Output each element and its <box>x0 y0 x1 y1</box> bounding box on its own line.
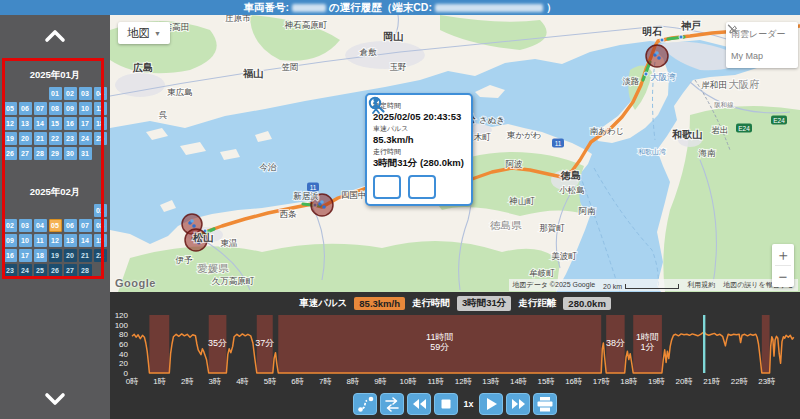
stop-cluster-marker[interactable] <box>646 45 668 67</box>
calendar-day-01[interactable]: 01 <box>49 87 62 100</box>
calendar-day-22[interactable]: 22 <box>49 132 62 145</box>
map-place-label: 新居浜 <box>293 191 319 201</box>
stop-duration-label: 59分 <box>430 342 449 352</box>
calendar-day-16[interactable]: 16 <box>4 249 17 262</box>
calendar-day-05[interactable]: 05 <box>4 102 17 115</box>
calendar-day-03[interactable]: 03 <box>19 219 32 232</box>
vehicle-history-app: 車両番号: の運行履歴（端末CD: ） 2025年01月010203040506… <box>0 0 800 419</box>
play-button[interactable] <box>479 393 503 415</box>
stop-period-block[interactable] <box>762 315 770 373</box>
calendar-day-26: 26 <box>49 264 62 277</box>
calendar-day-09[interactable]: 09 <box>64 102 77 115</box>
zoom-out-button[interactable]: − <box>772 266 794 287</box>
calendar-day-13[interactable]: 13 <box>19 117 32 130</box>
calendar-day-06[interactable]: 06 <box>64 219 77 232</box>
calendar-day-09[interactable]: 09 <box>4 234 17 247</box>
map-place-label: 和歌山湾 <box>638 148 666 156</box>
y-axis-tick: 40 <box>119 350 128 359</box>
rewind-button[interactable] <box>407 393 431 415</box>
x-axis-tick: 16時 <box>565 377 582 386</box>
route-waypoint-dot <box>644 72 648 76</box>
calendar-day-08[interactable]: 08 <box>94 219 107 232</box>
calendar-day-02[interactable]: 02 <box>4 219 17 232</box>
map-layers-panel: 雨雲レーダー My Map <box>726 22 798 68</box>
calendar-day-07[interactable]: 07 <box>79 219 92 232</box>
calendar-blank <box>34 87 47 100</box>
calendar-list: 2025年01月01020304050607080910111213141516… <box>4 63 106 277</box>
stop-period-block[interactable] <box>149 315 169 373</box>
calendar-day-18[interactable]: 18 <box>34 249 47 262</box>
stop-button[interactable] <box>434 393 458 415</box>
x-axis-tick: 3時 <box>209 377 221 386</box>
zoom-to-point-button[interactable] <box>373 175 401 199</box>
layer-off-icon <box>726 22 739 35</box>
calendar-day-05-selected[interactable]: 05 <box>49 219 62 232</box>
calendar-day-04[interactable]: 04 <box>34 219 47 232</box>
calendar-day-24: 24 <box>19 264 32 277</box>
calendar-day-02[interactable]: 02 <box>64 87 77 100</box>
calendar-day-19[interactable]: 19 <box>4 132 17 145</box>
calendar-day-16[interactable]: 16 <box>64 117 77 130</box>
y-axis-tick: 80 <box>119 330 128 339</box>
map-place-label: 美波町 <box>551 251 577 261</box>
calendar-day-23[interactable]: 23 <box>64 132 77 145</box>
speed-timeline-chart[interactable]: 35分37分11時間59分38分1時間1分0204060801001200時1時… <box>110 313 800 389</box>
fast-forward-button[interactable] <box>506 393 530 415</box>
x-axis-tick: 1時 <box>153 377 165 386</box>
calendar-day-08[interactable]: 08 <box>49 102 62 115</box>
calendar-day-15[interactable]: 15 <box>49 117 62 130</box>
calendar-day-24[interactable]: 24 <box>79 132 92 145</box>
calendar-day-30[interactable]: 30 <box>64 147 77 160</box>
calendar-day-11[interactable]: 11 <box>34 234 47 247</box>
calendar-day-13[interactable]: 13 <box>64 234 77 247</box>
map-place-label: 阿南 <box>579 206 597 216</box>
calendar-day-27[interactable]: 27 <box>19 147 32 160</box>
calendar-day-17[interactable]: 17 <box>79 117 92 130</box>
calendar-day-14[interactable]: 14 <box>34 117 47 130</box>
calendar-day-25[interactable]: 25 <box>94 132 107 145</box>
map-place-label: 岩出 <box>712 125 729 135</box>
calendar-day-01[interactable]: 01 <box>94 204 107 217</box>
calendar-day-31[interactable]: 31 <box>79 147 92 160</box>
map-type-button[interactable]: 地図 ▼ <box>118 22 170 44</box>
calendar-day-21[interactable]: 21 <box>34 132 47 145</box>
calendar-day-15[interactable]: 15 <box>94 234 107 247</box>
calendar-day-18[interactable]: 18 <box>94 117 107 130</box>
calendar-day-17[interactable]: 17 <box>19 249 32 262</box>
calendar-day-11[interactable]: 11 <box>94 102 107 115</box>
print-button[interactable] <box>533 393 557 415</box>
travel-time-stat-label: 走行時間 <box>412 297 450 310</box>
calendar-day-10[interactable]: 10 <box>19 234 32 247</box>
calendar-day-20[interactable]: 20 <box>19 132 32 145</box>
calendar-day-07[interactable]: 07 <box>34 102 47 115</box>
calendar-day-28[interactable]: 28 <box>34 147 47 160</box>
y-axis-tick: 20 <box>119 359 128 368</box>
calendar-day-14[interactable]: 14 <box>79 234 92 247</box>
direction-toggle-button[interactable] <box>380 393 404 415</box>
calendar-day-29[interactable]: 29 <box>49 147 62 160</box>
road-shield: 11 <box>552 139 564 148</box>
map-canvas[interactable]: 1111E24E24安芸高田庄原市神石高原町岡山倉敷玉野笠岡福山広島東広島呉今治… <box>110 15 800 292</box>
terms-link[interactable]: 利用規約 <box>687 280 715 290</box>
calendar-day-03[interactable]: 03 <box>79 87 92 100</box>
street-view-button[interactable] <box>408 175 436 199</box>
map-place-label: さぬき <box>479 115 505 125</box>
svg-text:11: 11 <box>555 140 562 147</box>
calendar-day-10[interactable]: 10 <box>79 102 92 115</box>
travel-time-stat-value: 3時間31分 <box>457 296 511 311</box>
zoom-in-button[interactable]: ＋ <box>772 244 794 265</box>
calendar-day-12[interactable]: 12 <box>49 234 62 247</box>
show-route-button[interactable] <box>353 393 377 415</box>
scroll-up-button[interactable] <box>0 23 110 49</box>
map-data-credit: 地図データ ©2025 Google <box>513 280 596 290</box>
calendar-day-12[interactable]: 12 <box>4 117 17 130</box>
scroll-down-button[interactable] <box>0 387 110 413</box>
svg-text:E24: E24 <box>738 125 750 132</box>
calendar-blank <box>34 204 47 217</box>
calendar-day-04[interactable]: 04 <box>94 87 107 100</box>
layer-toggle-my-map[interactable]: My Map <box>726 45 798 66</box>
map-place-label: 徳島県 <box>489 219 522 231</box>
calendar-day-26[interactable]: 26 <box>4 147 17 160</box>
calendar-day-06[interactable]: 06 <box>19 102 32 115</box>
map-place-label: 伊予 <box>176 255 194 265</box>
